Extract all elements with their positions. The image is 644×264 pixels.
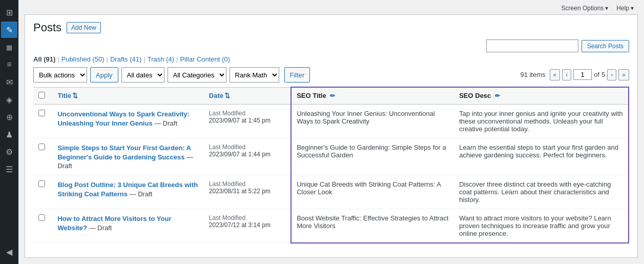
- post-seo-title-cell: Unleashing Your Inner Genius: Unconventi…: [291, 104, 454, 138]
- dates-select[interactable]: All dates: [121, 67, 164, 83]
- row-checkbox[interactable]: [38, 144, 45, 150]
- pagination: 91 items « ‹ of 5 › »: [520, 69, 629, 81]
- collapse-icon[interactable]: ◀: [1, 243, 17, 260]
- post-title-cell: How to Attract More Visitors to Your Web…: [52, 209, 203, 243]
- chevron-down-icon: ▾: [605, 5, 608, 12]
- total-pages: 5: [601, 71, 605, 78]
- seo-title-header: SEO Title ✏: [291, 87, 454, 104]
- main-content: Screen Options ▾ Help ▾ Posts Add New Se…: [18, 0, 644, 264]
- filter-trash[interactable]: Trash (4): [148, 55, 174, 63]
- select-all-checkbox[interactable]: [38, 92, 45, 98]
- row-checkbox[interactable]: [38, 214, 45, 221]
- post-title-cell: Blog Post Outline: 3 Unique Cat Breeds w…: [52, 175, 203, 209]
- last-page-button[interactable]: »: [618, 69, 629, 81]
- post-seo-desc-cell: Want to attract more visitors to your we…: [454, 209, 629, 243]
- post-seo-desc-cell: Tap into your inner genius and ignite yo…: [454, 104, 629, 138]
- users-icon[interactable]: ♟: [1, 126, 17, 143]
- post-title-cell: Unconventional Ways to Spark Creativity:…: [52, 104, 203, 138]
- post-title-cell: Simple Steps to Start Your First Garden:…: [52, 138, 203, 175]
- page-header: Posts Add New: [33, 21, 629, 34]
- filter-published[interactable]: Published (50): [61, 55, 105, 63]
- title-sort-link[interactable]: Title ⇅: [57, 92, 78, 99]
- post-seo-title-cell: Unique Cat Breeds with Striking Coat Pat…: [291, 175, 454, 209]
- post-seo-desc-cell: Discover three distinct cat breeds with …: [454, 175, 629, 209]
- tools-icon[interactable]: ⚙: [1, 144, 17, 160]
- dashboard-icon[interactable]: ⊞: [1, 4, 17, 21]
- help-button[interactable]: Help ▾: [612, 4, 638, 13]
- seo-desc-edit-icon[interactable]: ✏: [495, 92, 500, 99]
- sort-icon: ⇅: [224, 92, 230, 99]
- filter-drafts[interactable]: Drafts (41): [110, 55, 141, 63]
- post-title-link[interactable]: Simple Steps to Start Your First Garden:…: [57, 144, 191, 161]
- date-header: Date ⇅: [204, 87, 291, 104]
- media-icon[interactable]: ▦: [1, 39, 17, 55]
- post-seo-title-cell: Beginner's Guide to Gardening: Simple St…: [291, 138, 454, 175]
- categories-select[interactable]: All Categories: [168, 67, 226, 83]
- chevron-down-icon: ▾: [631, 5, 634, 12]
- search-posts-button[interactable]: Search Posts: [581, 40, 629, 52]
- select-all-header: [33, 87, 52, 104]
- toolbar: Bulk actions Apply All dates All Categor…: [33, 67, 629, 83]
- post-date-cell: Last Modified2023/09/07 at 1:45 pm: [204, 104, 291, 138]
- search-input[interactable]: [486, 39, 578, 52]
- sidebar: ⊞ ✎ ▦ ≡ ✉ ◈ ⊕ ♟ ⚙ ☰ ◀: [0, 0, 18, 264]
- pages-icon[interactable]: ≡: [1, 56, 17, 73]
- rank-math-select[interactable]: Rank Math: [230, 67, 279, 83]
- table-row: How to Attract More Visitors to Your Web…: [33, 209, 629, 243]
- next-page-button[interactable]: ›: [607, 69, 616, 81]
- row-checkbox[interactable]: [38, 180, 45, 187]
- post-date-cell: Last Modified2023/09/07 at 1:44 pm: [204, 138, 291, 175]
- title-header: Title ⇅: [52, 87, 203, 104]
- current-page-input[interactable]: [573, 69, 592, 80]
- screen-options-button[interactable]: Screen Options ▾: [557, 4, 613, 13]
- post-title-link[interactable]: How to Attract More Visitors to Your Web…: [57, 215, 171, 232]
- page-title: Posts: [33, 21, 61, 34]
- prev-page-button[interactable]: ‹: [562, 69, 571, 81]
- first-page-button[interactable]: «: [550, 69, 560, 81]
- row-checkbox[interactable]: [38, 110, 45, 116]
- filter-pillar-content[interactable]: Pillar Content (0): [180, 55, 230, 63]
- post-date-cell: Last Modified2023/07/12 at 3:14 pm: [204, 209, 291, 243]
- comments-icon[interactable]: ✉: [1, 74, 17, 90]
- filter-button[interactable]: Filter: [284, 67, 310, 83]
- topbar: Screen Options ▾ Help ▾: [18, 0, 644, 14]
- post-date-cell: Last Modified2023/08/31 at 5:22 pm: [204, 175, 291, 209]
- table-row: Blog Post Outline: 3 Unique Cat Breeds w…: [33, 175, 629, 209]
- items-count: 91 items: [520, 71, 545, 78]
- appearance-icon[interactable]: ◈: [1, 91, 17, 108]
- plugins-icon[interactable]: ⊕: [1, 109, 17, 125]
- settings-icon[interactable]: ☰: [1, 161, 17, 177]
- sort-icon: ⇅: [72, 92, 78, 99]
- filter-all[interactable]: All (91): [33, 55, 55, 63]
- bulk-actions-select[interactable]: Bulk actions: [33, 67, 87, 83]
- date-sort-link[interactable]: Date ⇅: [209, 92, 230, 99]
- posts-table: Title ⇅ Date ⇅ SEO Title ✏: [33, 87, 629, 243]
- apply-button[interactable]: Apply: [90, 67, 118, 83]
- post-seo-desc-cell: Learn the essential steps to start your …: [454, 138, 629, 175]
- content-area: Posts Add New Search Posts All (91) | Pu…: [25, 14, 638, 258]
- add-new-button[interactable]: Add New: [67, 22, 101, 33]
- posts-icon[interactable]: ✎: [1, 22, 17, 38]
- post-seo-title-cell: Boost Website Traffic: Effective Strateg…: [291, 209, 454, 243]
- filter-links: All (91) | Published (50) | Drafts (41) …: [33, 55, 629, 63]
- table-row: Unconventional Ways to Spark Creativity:…: [33, 104, 629, 138]
- search-row: Search Posts: [33, 39, 629, 52]
- seo-desc-header: SEO Desc ✏: [454, 87, 629, 104]
- table-row: Simple Steps to Start Your First Garden:…: [33, 138, 629, 175]
- seo-title-edit-icon[interactable]: ✏: [330, 92, 335, 99]
